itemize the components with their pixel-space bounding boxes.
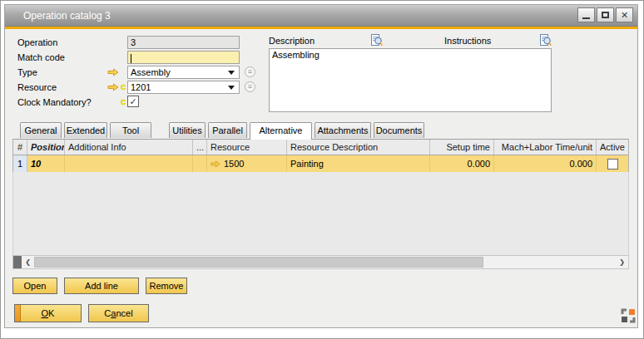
resource-description-cell[interactable]: Painting — [287, 155, 430, 172]
grid-split-handle[interactable] — [13, 256, 22, 268]
description-editor-icon[interactable] — [371, 33, 383, 47]
resource-value: 1201 — [131, 81, 228, 93]
clock-mandatory-label: Clock Mandatory? — [17, 96, 92, 109]
additional-info-cell[interactable] — [65, 155, 193, 172]
description-label: Description — [269, 34, 315, 47]
type-dropdown[interactable]: Assembly — [127, 66, 240, 79]
column-header-num[interactable]: # — [13, 140, 27, 155]
column-header-resource-description[interactable]: Resource Description — [287, 140, 430, 155]
description-textarea[interactable]: Assembling — [269, 48, 552, 112]
setup-time-cell[interactable]: 0.000 — [430, 155, 494, 172]
operation-field[interactable]: 3 — [127, 36, 240, 49]
titlebar[interactable]: Operation catalog 3 ✕ — [5, 5, 637, 27]
operation-label: Operation — [17, 36, 57, 49]
tab-documents[interactable]: Documents — [374, 122, 424, 138]
resource-label: Resource — [17, 81, 57, 94]
position-cell[interactable]: 10 — [27, 155, 65, 172]
maximize-button[interactable] — [597, 7, 614, 22]
table-row: 1 10 1500 Painting 0.000 0.000 — [13, 155, 628, 172]
active-checkbox[interactable] — [607, 159, 618, 170]
column-header-additional-info[interactable]: Additional Info — [65, 140, 193, 155]
column-header-position[interactable]: Position — [27, 140, 65, 155]
resource-cell[interactable]: 1500 — [207, 155, 287, 172]
column-header-active[interactable]: Active — [597, 140, 628, 155]
scrollbar-thumb[interactable] — [34, 257, 483, 268]
dialog-content: Operation 3 Match code Type Assembly ≡ R… — [5, 29, 637, 327]
match-code-input[interactable] — [127, 51, 240, 64]
type-link-arrow-icon[interactable] — [107, 68, 119, 76]
window-title: Operation catalog 3 — [23, 10, 111, 22]
close-icon: ✕ — [621, 11, 628, 20]
active-cell — [597, 155, 628, 172]
column-header-resource[interactable]: Resource — [207, 140, 287, 155]
row-link-arrow-icon[interactable] — [211, 160, 220, 168]
resource-dropdown[interactable]: 1201 — [127, 81, 240, 94]
operation-catalog-dialog: Operation catalog 3 ✕ Operation 3 Match … — [0, 0, 644, 339]
column-header-dots[interactable]: ... — [193, 140, 207, 155]
resource-list-icon[interactable]: ≡ — [245, 81, 255, 92]
tab-extended[interactable]: Extended — [64, 122, 107, 138]
resource-link-arrow-icon[interactable] — [107, 83, 119, 91]
resource-c-marker: C — [121, 83, 126, 91]
tab-bar: General Extended Tool Utilities Parallel… — [20, 122, 427, 139]
cancel-button[interactable]: Cancel — [88, 304, 149, 322]
tab-parallel[interactable]: Parallel — [208, 122, 247, 138]
tab-alternative[interactable]: Alternative — [250, 122, 312, 140]
tab-utilities[interactable]: Utilities — [169, 122, 206, 138]
dots-cell[interactable] — [193, 155, 207, 172]
resize-grip-icon[interactable] — [621, 308, 636, 323]
ok-label-post: K — [48, 308, 54, 318]
tab-tool[interactable]: Tool — [110, 122, 151, 138]
grid-header-row: # Position Additional Info ... Resource … — [13, 140, 628, 155]
type-label: Type — [17, 66, 37, 79]
open-button[interactable]: Open — [12, 278, 57, 294]
clock-c-marker: C — [121, 98, 126, 106]
minimize-button[interactable] — [577, 7, 595, 22]
ok-button[interactable]: OK — [14, 304, 82, 322]
instructions-editor-icon[interactable] — [540, 33, 552, 47]
chevron-down-icon — [228, 86, 235, 90]
window-controls: ✕ — [577, 7, 633, 22]
row-number-cell[interactable]: 1 — [13, 155, 27, 172]
minimize-icon — [582, 17, 590, 19]
match-code-label: Match code — [17, 51, 65, 64]
remove-button[interactable]: Remove — [146, 278, 187, 294]
scroll-left-icon: ❮ — [25, 258, 31, 266]
resource-cell-value: 1500 — [224, 155, 244, 172]
mach-labor-cell[interactable]: 0.000 — [494, 155, 597, 172]
scroll-right-icon: ❯ — [619, 258, 625, 266]
type-list-icon[interactable]: ≡ — [245, 66, 255, 77]
grid-empty-area[interactable] — [12, 171, 629, 255]
clock-mandatory-checkbox[interactable]: ✓ — [127, 96, 139, 107]
scroll-left-button[interactable]: ❮ — [22, 256, 34, 268]
close-button[interactable]: ✕ — [616, 7, 633, 22]
type-value: Assembly — [131, 66, 228, 78]
cancel-label-post: ncel — [116, 308, 132, 318]
column-header-setup-time[interactable]: Setup time — [430, 140, 494, 155]
scroll-right-button[interactable]: ❯ — [616, 256, 628, 268]
text-cursor — [131, 54, 131, 63]
ok-label-key: O — [42, 308, 49, 318]
instructions-label: Instructions — [444, 34, 491, 47]
tab-attachments[interactable]: Attachments — [315, 122, 371, 138]
add-line-button[interactable]: Add line — [64, 278, 139, 294]
alternative-resources-grid: # Position Additional Info ... Resource … — [12, 139, 629, 172]
maximize-icon — [602, 12, 609, 18]
chevron-down-icon — [228, 71, 235, 75]
tab-general[interactable]: General — [20, 122, 62, 138]
horizontal-scrollbar: ❮ ❯ — [12, 255, 629, 269]
column-header-mach-labor[interactable]: Mach+Labor Time/unit — [494, 140, 597, 155]
default-button-stripe — [15, 305, 21, 322]
dialog-window: Operation catalog 3 ✕ Operation 3 Match … — [4, 4, 638, 328]
